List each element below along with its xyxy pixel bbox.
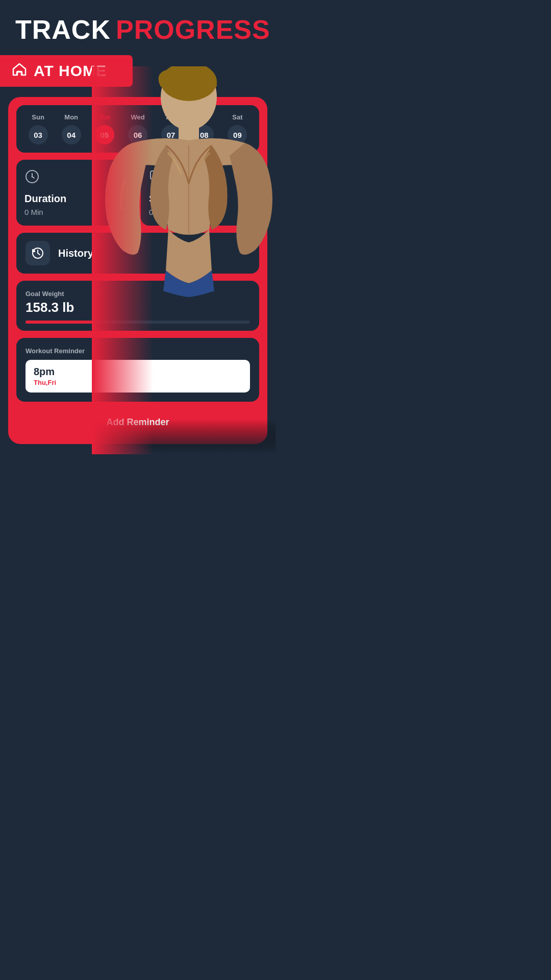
day-fri-num: 08	[194, 125, 214, 144]
clock-icon	[24, 169, 40, 188]
day-mon-num: 04	[62, 125, 81, 144]
day-sat-num: 09	[228, 125, 247, 144]
session-card[interactable]: Session 02	[141, 160, 259, 226]
stats-row: Duration 0 Min Session 02	[16, 160, 259, 226]
duration-value: 0 Min	[24, 208, 43, 216]
at-home-label: AT HOME	[34, 62, 107, 80]
history-card[interactable]: History	[16, 233, 259, 274]
day-wed-num: 06	[128, 125, 147, 144]
home-icon	[12, 63, 27, 80]
progress-bar-fill	[26, 321, 93, 324]
header-progress: PROGRESS	[116, 14, 270, 45]
at-home-banner[interactable]: AT HOME	[0, 55, 133, 87]
goal-weight-value: 158.3 lb	[26, 300, 250, 315]
calendar-row: Sun 03 Mon 04 Tue 05 Wed 06 Thu 07 Fri 0…	[16, 105, 259, 153]
history-icon-box	[26, 241, 50, 265]
svg-point-5	[161, 66, 217, 101]
duration-label: Duration	[24, 193, 66, 205]
main-card: Sun 03 Mon 04 Tue 05 Wed 06 Thu 07 Fri 0…	[8, 97, 267, 444]
day-thu-name: Thu	[165, 113, 177, 121]
history-label: History	[58, 248, 93, 259]
reminder-card: Workout Reminder 8pm Thu,Fri	[16, 338, 259, 402]
header: TRACK PROGRESS	[0, 0, 276, 55]
goal-weight-label: Goal Weight	[26, 290, 250, 298]
svg-rect-2	[151, 171, 163, 179]
progress-bar-track	[26, 321, 250, 324]
day-fri-name: Fri	[200, 113, 209, 121]
day-tue-num: 05	[95, 125, 114, 144]
reminder-days: Thu,Fri	[34, 379, 242, 386]
day-tue-name: Tue	[99, 113, 110, 121]
monitor-icon	[149, 169, 164, 188]
day-tue[interactable]: Tue 05	[95, 113, 114, 144]
add-reminder-button[interactable]: Add Reminder	[16, 409, 259, 436]
reminder-time: 8pm	[34, 366, 242, 378]
session-label: Session	[149, 193, 188, 205]
day-thu-num: 07	[161, 125, 181, 144]
day-sat[interactable]: Sat 09	[228, 113, 247, 144]
session-value: 02	[149, 208, 158, 216]
day-wed-name: Wed	[131, 113, 144, 121]
svg-point-1	[32, 176, 33, 178]
day-sun[interactable]: Sun 03	[29, 113, 48, 144]
day-fri[interactable]: Fri 08	[194, 113, 214, 144]
reminder-time-box[interactable]: 8pm Thu,Fri	[26, 360, 250, 393]
day-mon-name: Mon	[64, 113, 78, 121]
duration-card[interactable]: Duration 0 Min	[16, 160, 135, 226]
day-mon[interactable]: Mon 04	[62, 113, 81, 144]
day-sun-name: Sun	[32, 113, 44, 121]
reminder-title: Workout Reminder	[26, 347, 250, 355]
day-thu[interactable]: Thu 07	[161, 113, 181, 144]
day-wed[interactable]: Wed 06	[128, 113, 147, 144]
day-sat-name: Sat	[232, 113, 242, 121]
day-sun-num: 03	[29, 125, 48, 144]
header-track: TRACK	[15, 14, 111, 45]
goal-card: Goal Weight 158.3 lb	[16, 281, 259, 331]
